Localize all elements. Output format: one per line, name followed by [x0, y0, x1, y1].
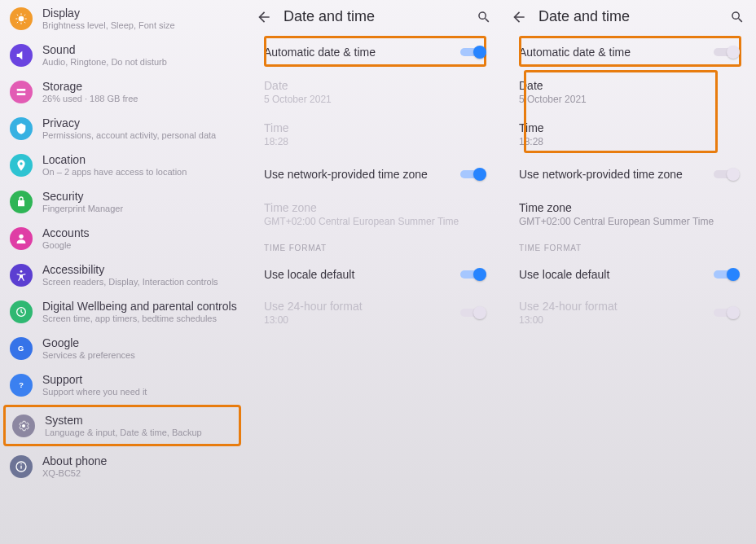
- label: Use network-provided time zone: [264, 168, 460, 181]
- svg-rect-10: [20, 465, 21, 468]
- toggle-locale-default[interactable]: [460, 267, 486, 282]
- sub: Services & preferences: [42, 350, 135, 360]
- support-icon: ?: [10, 374, 33, 397]
- storage-icon: [10, 81, 33, 103]
- item-net-tz[interactable]: Use network-provided time zone: [248, 156, 503, 193]
- svg-text:?: ?: [19, 381, 24, 389]
- setting-support[interactable]: ? SupportSupport where you need it: [0, 366, 248, 403]
- sub: On – 2 apps have access to location: [42, 167, 187, 177]
- toggle-auto-dt[interactable]: [460, 45, 486, 59]
- label: Automatic date & time: [264, 46, 460, 59]
- setting-wellbeing[interactable]: Digital Wellbeing and parental controlsS…: [0, 293, 248, 330]
- location-icon: [10, 154, 33, 177]
- date-time-panel-auto-off: Date and time Automatic date & time Date…: [503, 0, 756, 544]
- settings-panel: DisplayBrightness level, Sleep, Font siz…: [0, 0, 248, 544]
- label: Digital Wellbeing and parental controls: [42, 300, 237, 313]
- label: Support: [42, 373, 147, 386]
- sub: Brightness level, Sleep, Font size: [42, 20, 175, 30]
- section-time-format: TIME FORMAT: [503, 235, 756, 257]
- setting-security[interactable]: SecurityFingerprint Manager: [0, 183, 248, 220]
- svg-text:G: G: [18, 344, 24, 353]
- wellbeing-icon: [10, 301, 33, 323]
- label: Use 24-hour format: [519, 300, 714, 313]
- toggle-auto-dt[interactable]: [714, 45, 740, 59]
- system-icon: [12, 415, 35, 437]
- date-time-panel-auto-on: Date and time Automatic date & time Date…: [248, 0, 503, 544]
- svg-rect-11: [20, 463, 21, 464]
- search-icon[interactable]: [477, 10, 491, 24]
- setting-system[interactable]: SystemLanguage & input, Date & time, Bac…: [3, 405, 241, 446]
- item-locale-default[interactable]: Use locale default: [503, 257, 756, 292]
- label: Location: [42, 153, 187, 166]
- header: Date and time: [248, 0, 503, 33]
- label: Date: [264, 79, 486, 92]
- accessibility-icon: [10, 264, 33, 287]
- label: Time: [264, 121, 486, 134]
- header: Date and time: [503, 0, 756, 33]
- value: 5 October 2021: [519, 94, 740, 105]
- label: Use network-provided time zone: [519, 168, 714, 181]
- value: 13:00: [519, 314, 714, 326]
- svg-rect-1: [17, 89, 26, 91]
- label: Use locale default: [519, 268, 714, 281]
- setting-location[interactable]: LocationOn – 2 apps have access to locat…: [0, 147, 248, 183]
- toggle-24h: [460, 305, 486, 320]
- label: Automatic date & time: [519, 46, 714, 59]
- toggle-24h: [714, 305, 740, 320]
- toggle-net-tz[interactable]: [714, 167, 740, 182]
- search-icon[interactable]: [730, 10, 745, 24]
- item-date[interactable]: Date5 October 2021: [503, 71, 756, 113]
- security-icon: [10, 191, 33, 213]
- item-24h: Use 24-hour format13:00: [503, 292, 756, 334]
- label: Time zone: [519, 201, 740, 214]
- back-icon[interactable]: [511, 9, 527, 25]
- privacy-icon: [10, 117, 33, 140]
- settings-list: DisplayBrightness level, Sleep, Font siz…: [0, 0, 248, 485]
- setting-google[interactable]: G GoogleServices & preferences: [0, 330, 248, 366]
- toggle-net-tz[interactable]: [460, 167, 486, 182]
- display-icon: [10, 7, 33, 30]
- value: 18:28: [519, 136, 740, 147]
- sub: Screen readers, Display, Interaction con…: [42, 277, 218, 287]
- svg-point-4: [20, 270, 23, 273]
- item-auto-dt[interactable]: Automatic date & time: [503, 33, 756, 71]
- item-auto-dt[interactable]: Automatic date & time: [248, 33, 503, 71]
- item-time: Time18:28: [248, 113, 503, 156]
- item-locale-default[interactable]: Use locale default: [248, 257, 503, 292]
- label: Time: [519, 121, 740, 134]
- setting-privacy[interactable]: PrivacyPermissions, account activity, pe…: [0, 110, 248, 147]
- sub: Screen time, app timers, bedtime schedul…: [42, 314, 237, 323]
- item-24h: Use 24-hour format13:00: [248, 292, 503, 334]
- item-tz: Time zoneGMT+02:00 Central European Summ…: [248, 193, 503, 235]
- item-date: Date5 October 2021: [248, 71, 503, 113]
- toggle-locale-default[interactable]: [714, 267, 740, 282]
- setting-display[interactable]: DisplayBrightness level, Sleep, Font siz…: [0, 0, 248, 37]
- setting-storage[interactable]: Storage26% used · 188 GB free: [0, 73, 248, 110]
- label: Accounts: [42, 226, 90, 239]
- value: 5 October 2021: [264, 94, 486, 105]
- sub: Language & input, Date & time, Backup: [45, 428, 202, 437]
- label: Display: [42, 7, 175, 20]
- sub: 26% used · 188 GB free: [42, 94, 138, 103]
- item-net-tz[interactable]: Use network-provided time zone: [503, 156, 756, 193]
- back-icon[interactable]: [256, 9, 272, 25]
- setting-about[interactable]: About phoneXQ-BC52: [0, 448, 248, 485]
- label: Use 24-hour format: [264, 300, 460, 313]
- svg-point-8: [22, 424, 25, 428]
- label: Date: [519, 79, 740, 92]
- value: 18:28: [264, 136, 486, 147]
- label: System: [45, 414, 202, 427]
- value: GMT+02:00 Central European Summer Time: [264, 216, 486, 227]
- label: Sound: [42, 43, 167, 56]
- label: Use locale default: [264, 268, 460, 281]
- sub: Support where you need it: [42, 387, 147, 397]
- setting-sound[interactable]: SoundAudio, Ringtone, Do not disturb: [0, 37, 248, 73]
- item-tz[interactable]: Time zoneGMT+02:00 Central European Summ…: [503, 193, 756, 235]
- label: Google: [42, 336, 135, 349]
- svg-point-3: [19, 234, 23, 238]
- sub: Google: [42, 240, 90, 250]
- label: About phone: [42, 454, 107, 467]
- item-time[interactable]: Time18:28: [503, 113, 756, 156]
- setting-accessibility[interactable]: AccessibilityScreen readers, Display, In…: [0, 257, 248, 293]
- setting-accounts[interactable]: AccountsGoogle: [0, 220, 248, 257]
